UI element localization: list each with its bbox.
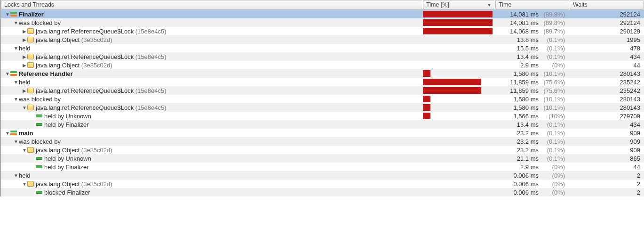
thread-icon (10, 131, 17, 135)
table-row[interactable]: held by Finalizer2.9 ms(0%)44 (1, 163, 644, 171)
expand-collapse-icon[interactable]: ▼ (13, 173, 19, 178)
name-cell[interactable]: held by Unknown (1, 112, 422, 120)
name-cell[interactable]: ▼held (1, 44, 422, 52)
table-row[interactable]: blocked Finalizer0.006 ms(0%)2 (1, 188, 644, 197)
header-name[interactable]: Locks and Threads (1, 0, 422, 9)
row-label: blocked Finalizer (44, 189, 90, 196)
name-cell[interactable]: ▼java.lang.Object (3e35c02d) (1, 146, 422, 154)
expand-collapse-icon[interactable]: ▼ (22, 105, 27, 110)
table-row[interactable]: held by Unknown21.1 ms(0.1%)865 (1, 154, 644, 163)
row-label: held by Finalizer (44, 121, 89, 128)
time-cell: 11,859 ms(75.6%) (494, 78, 568, 86)
time-cell: 15.5 ms(0.1%) (494, 44, 568, 52)
header-waits[interactable]: Waits (570, 0, 644, 9)
table-row[interactable]: ▼java.lang.ref.ReferenceQueue$Lock (15e8… (1, 103, 644, 112)
class-icon (27, 147, 34, 153)
name-cell[interactable]: ▼was blocked by (1, 95, 422, 103)
table-row[interactable]: ▶java.lang.ref.ReferenceQueue$Lock (15e8… (1, 27, 644, 35)
time-percent-bar (422, 69, 494, 78)
waits-cell: 434 (568, 120, 644, 129)
class-icon (27, 105, 34, 110)
expand-collapse-icon[interactable]: ▶ (22, 37, 27, 42)
time-percent-bar (422, 10, 494, 18)
time-cell: 13.8 ms(0.1%) (494, 35, 568, 44)
table-row[interactable]: ▼was blocked by1,580 ms(10.1%)280143 (1, 95, 644, 103)
row-label: java.lang.Object (3e35c02d) (36, 147, 112, 154)
name-cell[interactable]: ▼Finalizer (1, 10, 422, 18)
table-row[interactable]: held by Finalizer13.4 ms(0.1%)434 (1, 120, 644, 129)
name-cell[interactable]: ▼was blocked by (1, 18, 422, 27)
expand-collapse-icon[interactable]: ▶ (22, 54, 27, 59)
row-label: java.lang.ref.ReferenceQueue$Lock (15e8e… (36, 104, 167, 111)
waits-cell: 909 (568, 137, 644, 146)
table-row[interactable]: ▶java.lang.Object (3e35c02d)13.8 ms(0.1%… (1, 35, 644, 44)
waits-cell: 44 (568, 163, 644, 171)
row-label: was blocked by (19, 96, 61, 103)
name-cell[interactable]: ▼java.lang.Object (3e35c02d) (1, 180, 422, 188)
expand-collapse-icon[interactable]: ▼ (22, 181, 27, 187)
name-cell[interactable]: ▶java.lang.ref.ReferenceQueue$Lock (15e8… (1, 52, 422, 61)
name-cell[interactable]: ▼held (1, 171, 422, 180)
table-row[interactable]: ▼java.lang.Object (3e35c02d)23.2 ms(0.1%… (1, 146, 644, 154)
table-row[interactable]: ▶java.lang.ref.ReferenceQueue$Lock (15e8… (1, 86, 644, 95)
table-row[interactable]: ▼Finalizer14,081 ms(89.8%)292124 (1, 10, 644, 18)
name-cell[interactable]: ▶java.lang.ref.ReferenceQueue$Lock (15e8… (1, 86, 422, 95)
name-cell[interactable]: ▶java.lang.Object (3e35c02d) (1, 35, 422, 44)
waits-cell: 280143 (568, 95, 644, 103)
time-cell: 13.4 ms(0.1%) (494, 120, 568, 129)
header-time[interactable]: Time (495, 0, 569, 9)
expand-collapse-icon[interactable]: ▶ (22, 63, 27, 68)
name-cell[interactable]: ▼held (1, 78, 422, 86)
table-row[interactable]: held by Unknown1,566 ms(10%)279709 (1, 112, 644, 120)
expand-collapse-icon[interactable]: ▶ (22, 88, 27, 93)
row-label: held by Unknown (44, 155, 91, 162)
table-row[interactable]: ▼held15.5 ms(0.1%)478 (1, 44, 644, 52)
expand-collapse-icon[interactable]: ▼ (5, 131, 10, 136)
name-cell[interactable]: ▼was blocked by (1, 137, 422, 146)
time-cell: 1,580 ms(10.1%) (494, 95, 568, 103)
expand-collapse-icon[interactable]: ▼ (13, 80, 19, 85)
expand-collapse-icon[interactable]: ▼ (22, 148, 27, 153)
expand-collapse-icon[interactable]: ▼ (13, 139, 19, 144)
table-row[interactable]: ▼Reference Handler1,580 ms(10.1%)280143 (1, 69, 644, 78)
table-row[interactable]: ▼held0.006 ms(0%)2 (1, 171, 644, 180)
name-cell[interactable]: ▼java.lang.ref.ReferenceQueue$Lock (15e8… (1, 103, 422, 112)
expand-collapse-icon[interactable]: ▼ (5, 71, 10, 76)
name-cell[interactable]: held by Unknown (1, 154, 422, 163)
table-row[interactable]: ▶java.lang.ref.ReferenceQueue$Lock (15e8… (1, 52, 644, 61)
time-cell: 14,081 ms(89.8%) (494, 18, 568, 27)
row-label: java.lang.ref.ReferenceQueue$Lock (15e8e… (36, 28, 167, 35)
table-row[interactable]: ▼held11,859 ms(75.6%)235242 (1, 78, 644, 86)
lock-held-icon (36, 157, 42, 160)
row-label: Reference Handler (19, 70, 73, 77)
name-cell[interactable]: ▶java.lang.ref.ReferenceQueue$Lock (15e8… (1, 27, 422, 35)
table-row[interactable]: ▼java.lang.Object (3e35c02d)0.006 ms(0%)… (1, 180, 644, 188)
name-cell[interactable]: ▼Reference Handler (1, 69, 422, 78)
expand-collapse-icon[interactable]: ▶ (22, 29, 27, 34)
table-row[interactable]: ▼main23.2 ms(0.1%)909 (1, 129, 644, 137)
expand-collapse-icon[interactable]: ▼ (13, 20, 19, 25)
expand-collapse-icon[interactable]: ▼ (5, 12, 10, 17)
table-row[interactable]: ▶java.lang.Object (3e35c02d)2.9 ms(0%)44 (1, 61, 644, 69)
row-label: held by Unknown (44, 113, 91, 120)
name-cell[interactable]: blocked Finalizer (1, 188, 422, 197)
name-cell[interactable]: held by Finalizer (1, 163, 422, 171)
table-row[interactable]: ▼was blocked by23.2 ms(0.1%)909 (1, 137, 644, 146)
row-label: held by Finalizer (44, 164, 89, 171)
expand-collapse-icon[interactable]: ▼ (13, 46, 19, 51)
class-icon (27, 37, 34, 42)
table-body: ▼Finalizer14,081 ms(89.8%)292124▼was blo… (1, 10, 644, 197)
name-cell[interactable]: ▼main (1, 129, 422, 137)
name-cell[interactable]: ▶java.lang.Object (3e35c02d) (1, 61, 422, 69)
waits-cell: 235242 (568, 78, 644, 86)
row-label: main (19, 130, 33, 137)
time-percent-bar (422, 154, 494, 163)
lock-held-icon (36, 165, 42, 168)
name-cell[interactable]: held by Finalizer (1, 120, 422, 129)
time-cell: 0.006 ms(0%) (494, 171, 568, 180)
header-time-percent[interactable]: Time [%] ▼ (423, 0, 494, 9)
time-percent-bar (422, 103, 494, 112)
table-row[interactable]: ▼was blocked by14,081 ms(89.8%)292124 (1, 18, 644, 27)
expand-collapse-icon[interactable]: ▼ (13, 97, 19, 102)
time-percent-bar (422, 180, 494, 188)
